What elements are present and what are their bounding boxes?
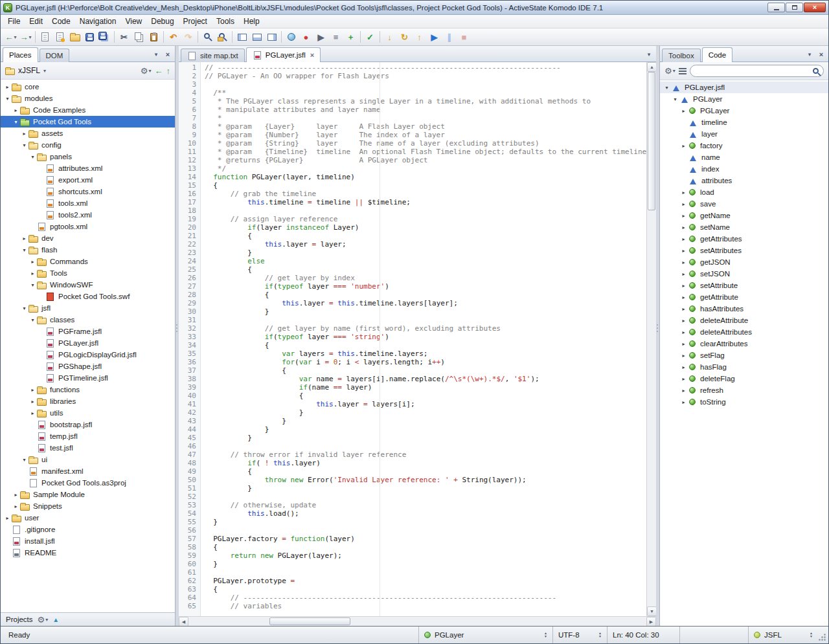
- record-macro-button[interactable]: ●: [299, 30, 313, 44]
- tree-item-assets[interactable]: ▸assets: [1, 128, 175, 139]
- scroll-left-icon[interactable]: ◀: [179, 617, 188, 627]
- scope-stepper-icon[interactable]: ▲▼: [544, 632, 547, 638]
- tree-item-core[interactable]: ▸core: [1, 81, 175, 93]
- step-out-button[interactable]: ↑: [412, 30, 427, 44]
- tab-toolbox[interactable]: Toolbox: [662, 49, 701, 62]
- expand-icon[interactable]: ▸: [679, 294, 688, 300]
- places-settings-button[interactable]: ⚙▾: [141, 66, 152, 76]
- language-stepper-icon[interactable]: ▲▼: [810, 632, 813, 638]
- expand-icon[interactable]: ▸: [28, 399, 37, 405]
- scroll-right-icon[interactable]: ▶: [646, 617, 656, 627]
- code-item-index[interactable]: index: [660, 163, 828, 175]
- collapse-icon[interactable]: ▾: [20, 305, 28, 311]
- collapse-icon[interactable]: ▾: [20, 142, 28, 148]
- back-button[interactable]: ←▾: [3, 30, 18, 44]
- editor-tab-pglayer-jsfl[interactable]: PGLayer.jsfl×: [246, 47, 321, 62]
- encoding-stepper-icon[interactable]: ▲▼: [598, 632, 602, 638]
- editor-horizontal-scrollbar[interactable]: ◀ ▶: [179, 616, 656, 626]
- expand-icon[interactable]: ▸: [679, 108, 688, 114]
- code-item-deleteattribute[interactable]: ▸deleteAttribute: [660, 315, 828, 326]
- go-button[interactable]: ▶: [427, 30, 442, 44]
- play-macro-button[interactable]: ▶: [313, 30, 328, 44]
- tree-item-pgshape-jsfl[interactable]: PGShape.jsfl: [1, 361, 175, 372]
- tree-item-export-xml[interactable]: export.xml: [1, 174, 175, 186]
- title-bar[interactable]: K PGLayer.jsfl (H:\Perforce\Bolt Creativ…: [1, 1, 828, 15]
- menu-navigation[interactable]: Navigation: [75, 16, 121, 27]
- find-button[interactable]: [200, 30, 215, 44]
- menu-debug[interactable]: Debug: [146, 16, 178, 27]
- expand-icon[interactable]: ▸: [3, 84, 12, 90]
- code-item-clearattributes[interactable]: ▸clearAttributes: [660, 338, 828, 350]
- tree-item-pocket-god-tools-swf[interactable]: Pocket God Tools.swf: [1, 291, 175, 302]
- tree-item-dev[interactable]: ▸dev: [1, 232, 175, 244]
- tree-item-shortcuts-xml[interactable]: shortcuts.xml: [1, 186, 175, 197]
- tab-list-icon[interactable]: ▾: [644, 49, 654, 60]
- status-section-scope[interactable]: PGLayer ▲▼: [418, 627, 553, 643]
- expand-icon[interactable]: ▸: [679, 213, 688, 219]
- redo-button[interactable]: ↷: [181, 30, 196, 44]
- code-item-setattribute[interactable]: ▸setAttribute: [660, 280, 828, 291]
- collapse-icon[interactable]: ▾: [3, 96, 12, 102]
- code-filter-input[interactable]: [695, 67, 810, 75]
- save-all-button[interactable]: [97, 30, 112, 44]
- tree-item-user[interactable]: ▸user: [1, 512, 175, 524]
- expand-icon[interactable]: ▸: [679, 388, 688, 394]
- editor-tab-site-map-txt[interactable]: site map.txt: [181, 49, 245, 62]
- tree-item-pocket-god-tools-as3proj[interactable]: Pocket God Tools.as3proj: [1, 477, 175, 489]
- http-inspector-button[interactable]: ≡: [328, 30, 343, 44]
- new-file-button[interactable]: [38, 30, 52, 44]
- tree-item-tools-xml[interactable]: tools.xml: [1, 197, 175, 209]
- code-item-deleteflag[interactable]: ▸deleteFlag: [660, 373, 828, 384]
- copy-button[interactable]: [131, 30, 146, 44]
- expand-icon[interactable]: ▸: [679, 353, 688, 359]
- left-pane-close-icon[interactable]: ×: [163, 49, 173, 60]
- close-button[interactable]: ×: [804, 3, 826, 12]
- find-in-files-button[interactable]: [215, 30, 230, 44]
- code-item-setattributes[interactable]: ▸setAttributes: [660, 245, 828, 256]
- expand-icon[interactable]: ▸: [679, 190, 688, 195]
- collapse-icon[interactable]: ▾: [20, 247, 28, 253]
- menu-help[interactable]: Help: [239, 16, 264, 27]
- editor-vertical-scrollbar[interactable]: ▲ ▼: [646, 62, 656, 616]
- expand-icon[interactable]: ▸: [679, 364, 688, 370]
- menu-code[interactable]: Code: [47, 16, 75, 27]
- menu-tools[interactable]: Tools: [212, 16, 239, 27]
- code-editor[interactable]: // -------------------------------------…: [201, 62, 646, 616]
- code-item-factory[interactable]: ▸factory: [660, 140, 828, 151]
- tab-code[interactable]: Code: [702, 47, 733, 62]
- code-item-setflag[interactable]: ▸setFlag: [660, 350, 828, 361]
- code-item-name[interactable]: name: [660, 151, 828, 163]
- code-item-getjson[interactable]: ▸getJSON: [660, 256, 828, 268]
- expand-icon[interactable]: ▸: [679, 376, 688, 382]
- scroll-up-icon[interactable]: ▲: [647, 62, 657, 72]
- tree-item-install-jsfl[interactable]: install.jsfl: [1, 535, 175, 547]
- hscroll-track[interactable]: [188, 617, 646, 626]
- code-item-hasattributes[interactable]: ▸hasAttributes: [660, 303, 828, 315]
- code-item-getattribute[interactable]: ▸getAttribute: [660, 291, 828, 303]
- code-item-getattributes[interactable]: ▸getAttributes: [660, 233, 828, 245]
- expand-icon[interactable]: ▸: [679, 143, 688, 149]
- collapse-icon[interactable]: ▾: [12, 119, 20, 125]
- code-item-pglayer[interactable]: ▾PGLayer: [660, 93, 828, 105]
- collapse-icon[interactable]: ▾: [663, 85, 671, 91]
- tree-item-utils[interactable]: ▸utils: [1, 407, 175, 419]
- expand-icon[interactable]: ▸: [679, 399, 688, 405]
- toggle-left-pane-button[interactable]: [234, 30, 249, 44]
- cut-button[interactable]: ✂: [117, 30, 131, 44]
- scroll-down-icon[interactable]: ▼: [647, 606, 657, 616]
- forward-button[interactable]: →▾: [18, 30, 33, 44]
- code-item-pglayer-jsfl[interactable]: ▾PGLayer.jsfl: [660, 82, 828, 93]
- code-item-refresh[interactable]: ▸refresh: [660, 384, 828, 396]
- expand-icon[interactable]: ▸: [3, 515, 12, 521]
- left-pane-menu-icon[interactable]: ▾: [151, 49, 161, 60]
- places-root-caret-icon[interactable]: ▾: [43, 68, 46, 74]
- code-item-load[interactable]: ▸load: [660, 186, 828, 198]
- save-button[interactable]: [82, 30, 97, 44]
- collapse-icon[interactable]: ▾: [28, 282, 37, 288]
- new-from-template-button[interactable]: [52, 30, 67, 44]
- projects-pane-header[interactable]: Projects ⚙▾ ▲: [1, 612, 175, 626]
- right-pane-close-icon[interactable]: ×: [816, 49, 826, 60]
- expand-icon[interactable]: ▸: [679, 248, 688, 254]
- expand-icon[interactable]: ▸: [28, 259, 37, 265]
- tree-item-sample-module[interactable]: ▸Sample Module: [1, 489, 175, 500]
